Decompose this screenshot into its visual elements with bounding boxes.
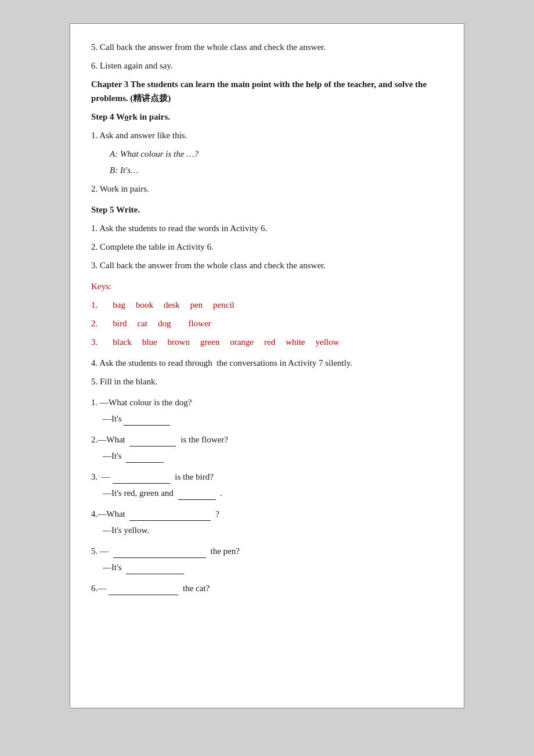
- q5a-blank: [113, 550, 206, 558]
- q4a-question: ?: [215, 509, 219, 519]
- q1a-text: 1. —What colour is the dog?: [91, 398, 192, 407]
- keys3-blue: blue: [142, 335, 157, 349]
- keys1-bag: bag: [113, 298, 125, 312]
- q2b-blank: [126, 455, 164, 463]
- dialog-a-text: A: What colour is the …?: [110, 149, 199, 159]
- keys3-white: white: [286, 335, 305, 349]
- keys1-book: book: [136, 298, 153, 312]
- q1b-line: —It's: [103, 412, 443, 426]
- activity7-text: 4. Ask the students to read through the …: [91, 358, 352, 368]
- q3a-dot: .: [98, 471, 99, 477]
- q4b-line: —It's yellow.: [103, 523, 443, 537]
- keys3-black: black: [113, 335, 131, 349]
- keys3-red: red: [264, 335, 275, 349]
- keys1-num: 1.: [91, 298, 98, 312]
- keys-label-text: Keys:: [91, 282, 111, 291]
- q6a-blank: [109, 587, 178, 595]
- q6a-suffix: the cat?: [183, 584, 210, 593]
- keys3-yellow: yellow: [316, 335, 340, 349]
- step4-text: Step 4 Work in pairs.: [91, 112, 170, 121]
- fill-blank-text: 5. Fill in the blank.: [91, 377, 157, 386]
- keys2-line: 2. bird cat dog flower: [91, 316, 443, 330]
- chapter3-text: Chapter 3 The students can learn the mai…: [91, 80, 427, 103]
- chapter3-line: Chapter 3 The students can learn the mai…: [91, 77, 443, 105]
- q3b-blank: [178, 492, 216, 500]
- q3a-num: 3.: [91, 472, 98, 481]
- step5-line: Step 5 Write.: [91, 203, 443, 217]
- keys3-num: 3.: [91, 335, 98, 349]
- keys3-line: 3. black blue brown green orange red whi…: [91, 335, 443, 349]
- text-line-5: 5. Call back the answer from the whole c…: [91, 42, 326, 52]
- write-2-line: 2. Complete the table in Activity 6.: [91, 240, 443, 254]
- q5b-blank: [126, 566, 184, 574]
- q1b-prefix: —It's: [103, 414, 122, 423]
- fill-blank-line: 5. Fill in the blank.: [91, 375, 443, 388]
- activity7-line: 4. Ask the students to read through the …: [91, 356, 443, 370]
- dialog-b-text: B: It's…: [110, 165, 138, 175]
- keys1-line: 1. bag book desk pen pencil: [91, 298, 443, 312]
- keys1-desk: desk: [164, 298, 180, 312]
- dialog-a-line: A: What colour is the …?: [110, 147, 443, 161]
- q4a-prefix: 4.—What: [91, 509, 125, 519]
- q2b-prefix: —It's: [103, 451, 122, 460]
- page-container: 5. Call back the answer from the whole c…: [70, 23, 464, 708]
- keys2-cat: cat: [137, 316, 147, 330]
- keys3-orange: orange: [230, 335, 254, 349]
- q3a-dash: —: [102, 472, 110, 481]
- q3a-suffix: is the bird?: [175, 472, 214, 481]
- q3a-line: 3.. — is the bird?: [91, 470, 443, 484]
- write-1-line: 1. Ask the students to read the words in…: [91, 221, 443, 235]
- line-6: 6. Listen again and say.: [91, 59, 443, 73]
- text-line-6: 6. Listen again and say.: [91, 61, 173, 70]
- q5a-line: 5. — the pen?: [91, 544, 443, 558]
- keys2-num: 2.: [91, 316, 98, 330]
- step4-line: Step 4 Work in pairs.: [91, 110, 443, 124]
- work-pairs-line: 2. Work in pairs.: [91, 182, 443, 196]
- keys1-pencil: pencil: [213, 298, 234, 312]
- q2a-blank: [129, 438, 176, 447]
- dialog-b-line: B: It's…: [110, 163, 443, 177]
- q5a-dash: 5. —: [91, 546, 111, 556]
- write-3-text: 3. Call back the answer from the whole c…: [91, 261, 326, 270]
- q3b-line: —It's red, green and .: [103, 486, 443, 500]
- q3a-blank: [113, 476, 171, 484]
- q6a-line: 6.— the cat?: [91, 581, 443, 595]
- keys1-pen: pen: [190, 298, 203, 312]
- q4b-text: —It's yellow.: [103, 525, 149, 535]
- q4a-line: 4.—What ?: [91, 507, 443, 521]
- q5b-prefix: —It's: [103, 563, 122, 572]
- q4a-blank: [129, 513, 211, 521]
- q5a-suffix: the pen?: [211, 546, 240, 556]
- work-pairs-text: 2. Work in pairs.: [91, 184, 149, 193]
- q3b-period: .: [220, 488, 222, 498]
- keys2-dog: dog: [158, 316, 171, 330]
- keys-label-line: Keys:: [91, 279, 443, 293]
- q2a-suffix: is the flower?: [181, 435, 228, 444]
- q2a-line: 2.—What is the flower?: [91, 433, 443, 447]
- ask-answer-text: 1. Ask and answer like this.: [91, 131, 187, 140]
- write-1-text: 1. Ask the students to read the words in…: [91, 224, 267, 233]
- q2a-what: 2.—What: [91, 435, 125, 444]
- q3b-prefix: —It's red, green and: [103, 488, 174, 498]
- line-5: 5. Call back the answer from the whole c…: [91, 40, 443, 54]
- ask-answer-line: 1. Ask and answer like this.: [91, 128, 443, 142]
- q6a-dash: 6.—: [91, 584, 106, 593]
- q2b-line: —It's: [103, 449, 443, 463]
- keys2-flower: flower: [188, 316, 211, 330]
- q1b-blank: [124, 417, 170, 426]
- write-3-line: 3. Call back the answer from the whole c…: [91, 258, 443, 272]
- keys3-green: green: [200, 335, 219, 349]
- keys2-bird: bird: [113, 316, 127, 330]
- keys3-brown: brown: [168, 335, 190, 349]
- q5b-line: —It's: [103, 560, 443, 574]
- q1a-line: 1. —What colour is the dog?: [91, 395, 443, 409]
- write-2-text: 2. Complete the table in Activity 6.: [91, 242, 214, 251]
- step5-text: Step 5 Write.: [91, 205, 140, 214]
